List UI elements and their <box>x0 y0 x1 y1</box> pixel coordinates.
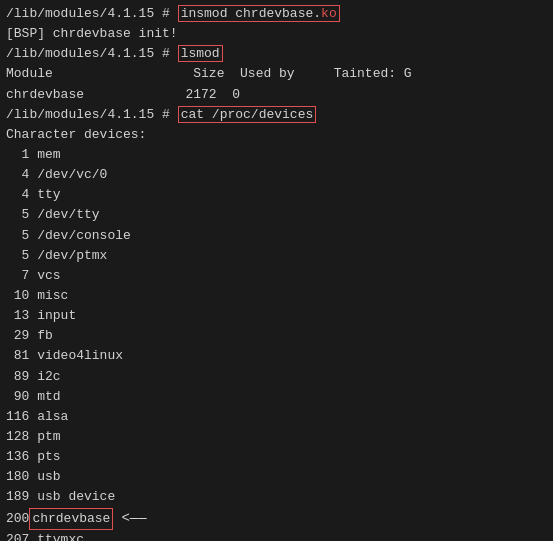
cat-prefix: /lib/modules/4.1.15 # <box>6 107 178 122</box>
lsmod-prefix: /lib/modules/4.1.15 # <box>6 46 178 61</box>
dev-vcs: 7 vcs <box>6 266 547 286</box>
dev-mtd: 90 mtd <box>6 387 547 407</box>
dev-i2c: 89 i2c <box>6 367 547 387</box>
dev-tty: 4 tty <box>6 185 547 205</box>
lsmod-command: lsmod <box>178 45 223 62</box>
insmod-prefix: /lib/modules/4.1.15 # <box>6 6 178 21</box>
dev-pts: 136 pts <box>6 447 547 467</box>
dev-ttymxc: 207 ttymxc <box>6 530 547 541</box>
insmod-line: /lib/modules/4.1.15 # insmod chrdevbase.… <box>6 4 547 24</box>
cat-line: /lib/modules/4.1.15 # cat /proc/devices <box>6 105 547 125</box>
char-devices-header: Character devices: <box>6 125 547 145</box>
dev-mem: 1 mem <box>6 145 547 165</box>
dev-ptmx: 5 /dev/ptmx <box>6 246 547 266</box>
dev-input: 13 input <box>6 306 547 326</box>
cat-command: cat /proc/devices <box>178 106 317 123</box>
dev-usb-device: 189 usb device <box>6 487 547 507</box>
insmod-command: insmod chrdevbase.ko <box>178 5 340 22</box>
dev-200-prefix: 200 <box>6 509 29 529</box>
dev-fb: 29 fb <box>6 326 547 346</box>
dev-misc: 10 misc <box>6 286 547 306</box>
dev-console: 5 /dev/console <box>6 226 547 246</box>
lsmod-line: /lib/modules/4.1.15 # lsmod <box>6 44 547 64</box>
dev-ptm: 128 ptm <box>6 427 547 447</box>
dev-alsa: 116 alsa <box>6 407 547 427</box>
bsp-text: [BSP] chrdevbase init! <box>6 26 178 41</box>
terminal: /lib/modules/4.1.15 # insmod chrdevbase.… <box>0 0 553 541</box>
bsp-line: [BSP] chrdevbase init! <box>6 24 547 44</box>
dev-chrdevbase-line: 200 chrdevbase <—— <box>6 508 547 530</box>
arrow-icon: <—— <box>121 508 146 530</box>
char-devices-text: Character devices: <box>6 127 146 142</box>
module-header-text: Module Size Used by Tainted: G <box>6 66 412 81</box>
dev-dev-tty: 5 /dev/tty <box>6 205 547 225</box>
dev-video4linux: 81 video4linux <box>6 346 547 366</box>
chrdevbase-entry-text: chrdevbase 2172 0 <box>6 87 240 102</box>
module-header: Module Size Used by Tainted: G <box>6 64 547 84</box>
dev-chrdevbase-box: chrdevbase <box>29 508 113 530</box>
ko-text: ko <box>321 6 337 21</box>
dev-usb: 180 usb <box>6 467 547 487</box>
dev-vc0: 4 /dev/vc/0 <box>6 165 547 185</box>
chrdevbase-entry: chrdevbase 2172 0 <box>6 85 547 105</box>
